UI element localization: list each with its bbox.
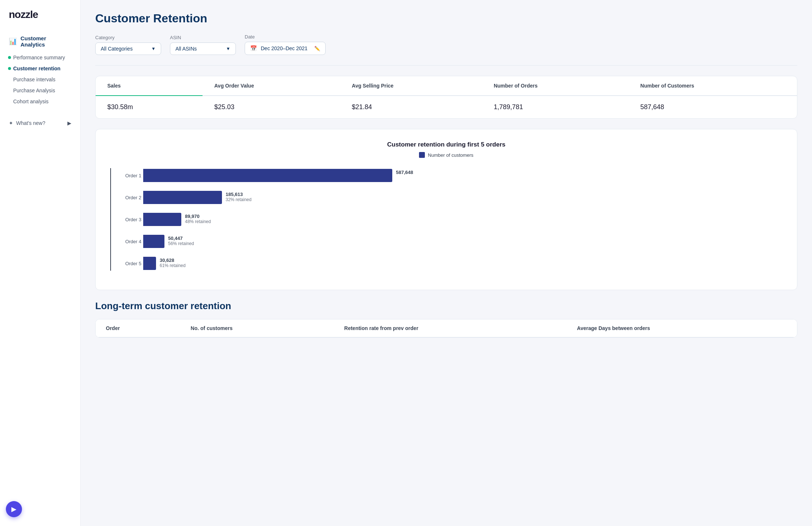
bar-row-label: Order 3 xyxy=(112,217,141,222)
video-button[interactable]: ▶ xyxy=(6,501,22,517)
bar-row-label: Order 1 xyxy=(112,173,141,178)
sidebar-item-customer-retention[interactable]: Customer retention xyxy=(0,63,80,74)
filters-row: Category All Categories ▼ ASIN All ASINs… xyxy=(95,34,797,55)
chart-title: Customer retention during first 5 orders xyxy=(110,141,782,148)
whats-new-icon: ✦ xyxy=(9,120,13,126)
whats-new-button[interactable]: ✦ What's new? ▶ xyxy=(0,116,80,130)
stats-col-sales: Sales xyxy=(96,76,203,96)
col-customers: No. of customers xyxy=(181,319,334,337)
video-icon: ▶ xyxy=(11,505,16,513)
main-content: Customer Retention Category All Categori… xyxy=(81,0,812,526)
stats-col-orders: Number of Orders xyxy=(482,76,629,96)
date-filter-group: Date 📅 Dec 2020–Dec 2021 ✏️ xyxy=(245,34,326,55)
category-value: All Categories xyxy=(101,46,133,52)
bar-sub-label: 32% retained xyxy=(226,197,252,202)
asin-value: All ASINs xyxy=(175,46,197,52)
bar-fill xyxy=(143,191,222,204)
chevron-down-icon: ▼ xyxy=(226,46,230,51)
stat-orders: 1,789,781 xyxy=(482,96,629,118)
bar-annotation: 50,44756% retained xyxy=(168,236,194,246)
sidebar-item-purchase-analysis[interactable]: Purchase Analysis xyxy=(0,85,80,96)
bar-row: Order 450,44756% retained xyxy=(143,234,768,249)
long-term-card: Order No. of customers Retention rate fr… xyxy=(95,319,797,338)
category-filter-group: Category All Categories ▼ xyxy=(95,35,161,55)
bar-sub-label: 61% retained xyxy=(160,263,186,268)
stats-card: Sales Avg Order Value Avg Selling Price … xyxy=(95,76,797,119)
legend-color-box xyxy=(419,152,425,158)
bar-row-label: Order 2 xyxy=(112,195,141,200)
stat-customers: 587,648 xyxy=(629,96,797,118)
stats-col-customers: Number of Customers xyxy=(629,76,797,96)
sidebar-section-label: 📊 Customer Analytics xyxy=(0,32,80,51)
bar-sub-label: 56% retained xyxy=(168,241,194,246)
asin-filter-label: ASIN xyxy=(170,35,236,40)
chart-legend: Number of customers xyxy=(110,152,782,158)
bar-annotation: 587,648 xyxy=(396,170,413,175)
dot-indicator xyxy=(8,67,11,70)
asin-filter-group: ASIN All ASINs ▼ xyxy=(170,35,236,55)
bar-row: Order 2185,61332% retained xyxy=(143,190,768,205)
sidebar-item-cohort-analysis[interactable]: Cohort analysis xyxy=(0,96,80,107)
legend-label: Number of customers xyxy=(428,152,473,158)
bar-fill xyxy=(143,235,164,248)
chevron-right-icon: ▶ xyxy=(67,120,71,126)
sidebar-item-purchase-intervals[interactable]: Purchase intervals xyxy=(0,74,80,85)
axis-line xyxy=(110,168,111,271)
bar-fill xyxy=(143,213,181,226)
asin-select[interactable]: All ASINs ▼ xyxy=(170,42,236,55)
bar-row-label: Order 4 xyxy=(112,239,141,244)
date-filter-label: Date xyxy=(245,34,326,40)
edit-icon: ✏️ xyxy=(314,46,320,51)
bar-annotation: 30,62861% retained xyxy=(160,258,186,268)
bar-row: Order 389,97048% retained xyxy=(143,212,768,227)
stats-col-avg-order: Avg Order Value xyxy=(203,76,340,96)
stat-avg-price: $21.84 xyxy=(340,96,482,118)
bar-row-label: Order 5 xyxy=(112,261,141,266)
calendar-icon: 📅 xyxy=(250,45,257,52)
bar-chart: Order 1587,648Order 2185,61332% retained… xyxy=(110,168,782,271)
logo: nozzle xyxy=(0,9,80,32)
section-divider xyxy=(95,65,797,66)
stats-col-avg-price: Avg Selling Price xyxy=(340,76,482,96)
long-term-title: Long-term customer retention xyxy=(95,300,797,312)
col-order: Order xyxy=(96,319,181,337)
bar-row: Order 530,62861% retained xyxy=(143,256,768,271)
bar-sub-label: 48% retained xyxy=(185,219,211,224)
chevron-down-icon: ▼ xyxy=(151,46,156,51)
date-range-picker[interactable]: 📅 Dec 2020–Dec 2021 ✏️ xyxy=(245,42,326,55)
bar-fill xyxy=(143,257,156,270)
date-value: Dec 2020–Dec 2021 xyxy=(261,45,308,51)
bar-rows: Order 1587,648Order 2185,61332% retained… xyxy=(143,168,768,271)
category-select[interactable]: All Categories ▼ xyxy=(95,42,161,55)
dot-indicator xyxy=(8,56,11,59)
stats-table: Sales Avg Order Value Avg Selling Price … xyxy=(96,76,797,118)
category-filter-label: Category xyxy=(95,35,161,40)
bar-fill xyxy=(143,169,392,182)
stats-row: $30.58m $25.03 $21.84 1,789,781 587,648 xyxy=(96,96,797,118)
page-title: Customer Retention xyxy=(95,12,797,25)
sidebar-item-performance-summary[interactable]: Performance summary xyxy=(0,52,80,63)
analytics-icon: 📊 xyxy=(9,37,17,45)
long-term-table: Order No. of customers Retention rate fr… xyxy=(96,319,797,337)
col-avg-days: Average Days between orders xyxy=(567,319,797,337)
bar-row: Order 1587,648 xyxy=(143,168,768,183)
col-retention-rate: Retention rate from prev order xyxy=(334,319,567,337)
retention-chart-card: Customer retention during first 5 orders… xyxy=(95,129,797,290)
stat-avg-order: $25.03 xyxy=(203,96,340,118)
long-term-section: Long-term customer retention Order No. o… xyxy=(95,300,797,338)
bar-annotation: 185,61332% retained xyxy=(226,192,252,202)
sidebar: nozzle 📊 Customer Analytics Performance … xyxy=(0,0,81,526)
stat-sales: $30.58m xyxy=(96,96,203,118)
bar-annotation: 89,97048% retained xyxy=(185,214,211,224)
